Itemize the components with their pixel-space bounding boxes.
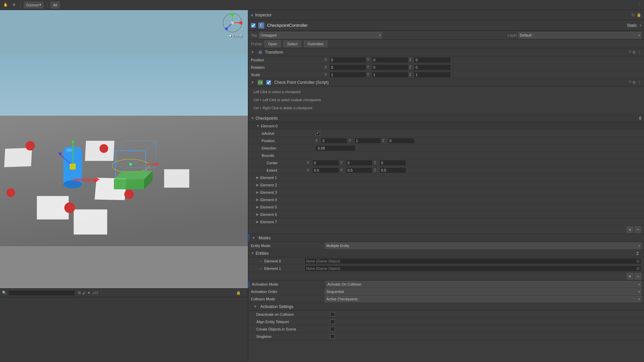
- checkpoints-header[interactable]: ▼ Checkpoints 8: [248, 114, 644, 122]
- activation-order-select-wrapper: Sequential: [325, 288, 641, 295]
- rot-y-label: Y: [367, 65, 371, 69]
- paint-icon[interactable]: 🖌: [82, 291, 86, 295]
- element-5-row[interactable]: ▶ Element 5: [248, 203, 644, 211]
- script-enabled-checkbox[interactable]: [266, 80, 271, 85]
- layer-select[interactable]: Default: [518, 32, 641, 39]
- scale-z-input[interactable]: [414, 72, 451, 78]
- script-section-header[interactable]: ▼ C# Check Point Controller (Script) ? ⚙…: [248, 78, 644, 86]
- transform-section-header[interactable]: ▼ ⊞ Transform ? ⚙ ⋮: [248, 48, 644, 56]
- elem0-pos-z[interactable]: [388, 138, 415, 144]
- prefab-select-btn[interactable]: Select: [283, 41, 301, 47]
- script-icon: C#: [258, 80, 263, 85]
- entity-element-0-row: — Element 0 None (Game Object) ⊙: [248, 257, 644, 265]
- layers-icon[interactable]: ⊿15: [92, 291, 98, 295]
- elem0-extent-value: X Y Z: [307, 167, 641, 173]
- activation-settings-collapse-icon: ▼: [254, 305, 257, 308]
- singleton-checkbox[interactable]: [330, 334, 335, 339]
- hand-tool-icon[interactable]: ✋: [3, 2, 9, 8]
- static-dropdown-icon[interactable]: ▾: [640, 23, 641, 27]
- inspector-content[interactable]: ▼ ⊞ Transform ? ⚙ ⋮ Position X Y: [248, 48, 644, 362]
- filter-icon[interactable]: ⊞: [78, 291, 81, 295]
- toolbar-divider-2: [47, 2, 47, 8]
- elem0-center-z[interactable]: [379, 160, 406, 166]
- transform-help-icon[interactable]: ?: [629, 50, 631, 55]
- element-0-row[interactable]: ▼ Element 0: [248, 122, 644, 130]
- checkpoints-add-btn[interactable]: +: [627, 226, 633, 233]
- all-btn[interactable]: All: [51, 2, 59, 8]
- elem0-pos-y[interactable]: [354, 138, 381, 144]
- star-icon[interactable]: ★: [87, 291, 91, 295]
- scene-canvas[interactable]: ◄ Persp: [0, 10, 248, 288]
- entity-1-pick-icon[interactable]: ⊙: [636, 266, 640, 271]
- object-name[interactable]: CheckpointController: [267, 23, 624, 28]
- search-input[interactable]: [8, 290, 75, 296]
- checkpoints-remove-btn[interactable]: −: [635, 226, 641, 233]
- create-objects-label: Create Objects in Scene: [256, 327, 330, 331]
- elem0-direction-input[interactable]: [315, 145, 356, 151]
- position-z-input[interactable]: [414, 57, 451, 63]
- deactivate-on-collision-checkbox[interactable]: [330, 312, 335, 317]
- gizmos-label: Gizmos: [26, 3, 39, 7]
- inspector-lock-icon[interactable]: 🔒: [637, 13, 641, 17]
- activation-order-select[interactable]: Sequential: [325, 288, 641, 295]
- isactive-checkbox[interactable]: [315, 131, 320, 136]
- elem0-center-y[interactable]: [346, 160, 373, 166]
- checkpoints-add-remove: + −: [248, 226, 644, 234]
- element-4-row[interactable]: ▶ Element 4: [248, 196, 644, 203]
- element-3-row[interactable]: ▶ Element 3: [248, 189, 644, 196]
- element-6-row[interactable]: ▶ Element 6: [248, 211, 644, 218]
- elem0-extent-x[interactable]: [312, 167, 339, 173]
- entity-mode-select[interactable]: Multiple Entity: [325, 242, 641, 249]
- elem0-pos-x[interactable]: [321, 138, 347, 144]
- rotation-x-input[interactable]: [329, 64, 366, 70]
- elem0-extent-z[interactable]: [379, 167, 406, 173]
- object-active-checkbox[interactable]: [251, 23, 256, 28]
- position-y-input[interactable]: [372, 57, 409, 63]
- tag-select[interactable]: Untagged: [259, 32, 382, 39]
- collision-mode-select[interactable]: Active Checkpoints: [325, 296, 641, 302]
- activation-settings-header[interactable]: ▼ Activation Settings: [248, 303, 644, 311]
- scale-x-input[interactable]: [329, 72, 366, 78]
- svg-point-39: [129, 163, 132, 166]
- entities-add-btn[interactable]: +: [627, 273, 633, 280]
- prefab-open-btn[interactable]: Open: [264, 41, 281, 47]
- transform-settings-icon[interactable]: ⚙: [632, 50, 636, 55]
- elem0-center-x[interactable]: [312, 160, 339, 166]
- script-help-icon[interactable]: ?: [629, 80, 631, 85]
- scale-x-label: X: [325, 73, 329, 76]
- script-more-icon[interactable]: ⋮: [637, 80, 641, 85]
- element-2-row[interactable]: ▶ Element 2: [248, 181, 644, 189]
- script-info-row: Left Click to select a checkpoint Ctrl +…: [248, 86, 644, 114]
- element-7-row[interactable]: ▶ Element 7: [248, 218, 644, 226]
- elem0-extent-y[interactable]: [346, 167, 373, 173]
- move-tool-icon[interactable]: ✛: [11, 2, 17, 8]
- singleton-row: Singleton: [248, 333, 644, 340]
- entity-mode-value: Multiple Entity: [325, 242, 641, 249]
- entity-0-text: None (Game Object): [306, 259, 636, 263]
- entity-0-pick-icon[interactable]: ⊙: [636, 259, 640, 263]
- modes-section-header[interactable]: ▼ Modes: [248, 234, 644, 242]
- svg-point-16: [63, 180, 82, 188]
- transform-more-icon[interactable]: ⋮: [637, 50, 641, 55]
- align-entity-teleport-checkbox[interactable]: [330, 319, 335, 324]
- script-settings-icon[interactable]: ⚙: [632, 80, 636, 85]
- create-objects-checkbox[interactable]: [330, 327, 335, 331]
- scale-row: Scale X Y Z: [248, 71, 644, 78]
- prefab-overrides-btn[interactable]: Overrides: [304, 41, 327, 47]
- activation-mode-select[interactable]: Activate On Collision: [326, 281, 641, 288]
- elem0-center-value: X Y Z: [307, 160, 641, 166]
- top-toolbar: ✋ ✛ Gizmos ▾ All ⋮: [0, 0, 644, 10]
- position-x-input[interactable]: [329, 57, 366, 63]
- gizmos-btn[interactable]: Gizmos ▾: [24, 2, 44, 8]
- elem0-extent-row: Extent X Y Z: [248, 167, 644, 174]
- more-icon[interactable]: ⋮: [242, 291, 246, 295]
- element-1-row[interactable]: ▶ Element 1: [248, 174, 644, 181]
- scale-y-input[interactable]: [372, 72, 409, 78]
- svg-point-51: [231, 21, 234, 24]
- inspector-expand-icon[interactable]: ⊡: [632, 13, 635, 17]
- entities-header[interactable]: ▼ Entities 2: [248, 249, 644, 257]
- entities-remove-btn[interactable]: −: [635, 273, 641, 280]
- scene-bottom-toolbar: 🔍 ⊞ 🖌 ★ ⊿15 🔒 ⋮: [0, 289, 248, 297]
- rotation-z-input[interactable]: [414, 64, 451, 70]
- rotation-y-input[interactable]: [372, 64, 409, 70]
